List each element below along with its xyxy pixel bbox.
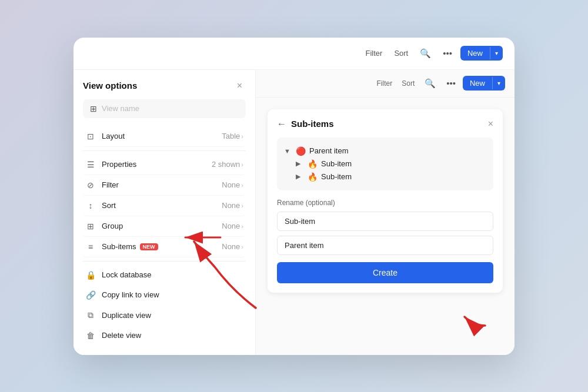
child1-label: Sub-item — [321, 159, 352, 168]
child2-label: Sub-item — [321, 172, 352, 181]
right-new-main-button[interactable]: New — [463, 76, 492, 91]
divider-1 — [83, 150, 246, 151]
filter-option[interactable]: ⊘ Filter None › — [83, 175, 246, 196]
sort-button[interactable]: Sort — [390, 46, 412, 60]
group-icon: ⊞ — [85, 222, 96, 231]
subitems-close-icon: × — [488, 119, 493, 129]
rename-label: Rename (optional) — [277, 199, 493, 207]
layout-chevron-icon: › — [241, 133, 243, 140]
subitems-icon: ≡ — [85, 242, 96, 252]
subitems-back-button[interactable]: ← — [277, 119, 286, 129]
new-button-group: New ▾ — [460, 46, 503, 61]
new-chevron-button[interactable]: ▾ — [490, 47, 503, 59]
layout-label: Layout — [102, 132, 216, 140]
lock-database-action[interactable]: 🔒 Lock database — [83, 265, 246, 285]
right-chevron-down-icon: ▾ — [497, 80, 500, 86]
sort-chevron-icon: › — [241, 202, 243, 209]
child2-emoji: 🔥 — [308, 172, 318, 182]
right-new-chevron-button[interactable]: ▾ — [492, 77, 505, 89]
child1-tree-item: ▶ 🔥 Sub-item — [296, 158, 486, 170]
sort-icon: ↕ — [85, 201, 96, 210]
right-section: Filter Sort 🔍 ••• New ▾ — [256, 70, 514, 355]
delete-view-action[interactable]: 🗑 Delete view — [83, 326, 246, 346]
subitem-name-input[interactable] — [277, 212, 493, 231]
sort-option-label: Sort — [102, 201, 216, 210]
chevron-down-icon: ▾ — [495, 50, 498, 56]
copy-link-label: Copy link to view — [102, 290, 159, 299]
child2-chevron-icon: ▶ — [296, 173, 304, 180]
child2-tree-item: ▶ 🔥 Sub-item — [296, 170, 486, 183]
duplicate-label: Duplicate view — [102, 311, 151, 320]
duplicate-view-action[interactable]: ⧉ Duplicate view — [83, 305, 246, 326]
more-icon-button[interactable]: ••• — [439, 46, 456, 61]
right-search-icon-button[interactable]: 🔍 — [421, 76, 439, 91]
create-button[interactable]: Create — [277, 262, 493, 283]
filter-button[interactable]: Filter — [362, 46, 386, 60]
new-main-button[interactable]: New — [460, 46, 490, 61]
subitems-option[interactable]: ≡ Sub-items New None › — [83, 237, 246, 257]
table-icon: ⊞ — [90, 104, 97, 113]
subitems-label: Sub-items New — [102, 242, 216, 251]
view-options-panel: View options × ⊞ ⊡ Layout Table › — [74, 70, 256, 355]
parent-label: Parent item — [309, 146, 348, 155]
properties-value: 2 shown › — [212, 160, 243, 169]
properties-label: Properties — [102, 160, 206, 169]
tree-preview: ▼ 🔴 Parent item ▶ 🔥 Sub-item ▶ 🔥 — [277, 138, 493, 190]
subitems-new-badge: New — [140, 243, 158, 250]
parent-tree-item: ▼ 🔴 Parent item — [284, 145, 486, 158]
group-chevron-icon: › — [241, 223, 243, 230]
copy-link-action[interactable]: 🔗 Copy link to view — [83, 285, 246, 305]
child1-emoji: 🔥 — [308, 159, 318, 169]
close-icon: × — [237, 81, 242, 91]
subitems-close-button[interactable]: × — [488, 119, 493, 129]
duplicate-icon: ⧉ — [85, 310, 96, 320]
parent-emoji: 🔴 — [296, 146, 306, 156]
parent-item-name-input[interactable] — [277, 236, 493, 255]
view-options-close-button[interactable]: × — [233, 79, 246, 92]
layout-option[interactable]: ⊡ Layout Table › — [83, 126, 246, 147]
child1-chevron-icon: ▶ — [296, 160, 304, 167]
subitems-header: ← Sub-items × — [277, 119, 493, 129]
subitems-title-row: ← Sub-items — [277, 119, 334, 129]
panel-title: View options — [83, 81, 137, 91]
right-filter-button[interactable]: Filter — [374, 78, 396, 89]
filter-value: None › — [222, 180, 243, 189]
divider-2 — [83, 261, 246, 262]
filter-chevron-icon: › — [241, 182, 243, 189]
group-option[interactable]: ⊞ Group None › — [83, 216, 246, 237]
content-area: View options × ⊞ ⊡ Layout Table › — [74, 70, 514, 355]
link-icon: 🔗 — [85, 290, 96, 300]
back-icon: ← — [277, 119, 286, 129]
properties-chevron-icon: › — [241, 161, 243, 168]
right-toolbar: Filter Sort 🔍 ••• New ▾ — [256, 70, 514, 98]
layout-icon: ⊡ — [85, 132, 96, 141]
sort-option[interactable]: ↕ Sort None › — [83, 196, 246, 216]
lock-label: Lock database — [102, 270, 152, 279]
panel-header: View options × — [83, 79, 246, 92]
lock-icon: 🔒 — [85, 270, 96, 280]
sort-label: Sort — [394, 49, 408, 58]
right-new-button-group: New ▾ — [463, 76, 505, 91]
view-name-row: ⊞ — [83, 99, 246, 118]
right-more-dots: ••• — [446, 78, 456, 88]
subitems-chevron-icon: › — [241, 243, 243, 250]
right-sort-button[interactable]: Sort — [399, 78, 417, 89]
view-name-input[interactable] — [102, 104, 239, 113]
top-toolbar: Filter Sort 🔍 ••• New ▾ — [74, 38, 514, 70]
group-label: Group — [102, 222, 216, 230]
sort-value: None › — [222, 201, 243, 210]
subitems-value: None › — [222, 242, 243, 251]
parent-chevron-icon: ▼ — [284, 148, 292, 155]
main-window: Filter Sort 🔍 ••• New ▾ View options × — [74, 38, 514, 355]
layout-value: Table › — [222, 132, 243, 140]
properties-icon: ☰ — [85, 160, 96, 169]
group-value: None › — [222, 222, 243, 230]
right-more-icon-button[interactable]: ••• — [443, 76, 459, 91]
subitems-panel: ← Sub-items × ▼ 🔴 Parent ite — [268, 109, 503, 293]
search-icon-button[interactable]: 🔍 — [416, 46, 435, 61]
subitems-inner-panel: ← Sub-items × ▼ 🔴 Parent ite — [268, 109, 503, 293]
filter-icon: ⊘ — [85, 180, 96, 190]
subitems-title: Sub-items — [291, 119, 334, 129]
properties-option[interactable]: ☰ Properties 2 shown › — [83, 155, 246, 175]
more-dots: ••• — [443, 48, 452, 58]
